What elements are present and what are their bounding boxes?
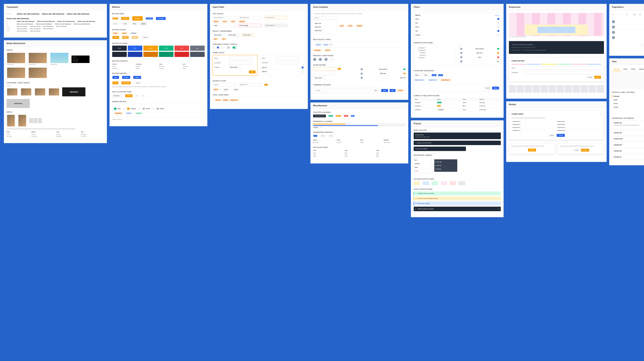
page-first[interactable]: «: [640, 44, 643, 47]
table-row[interactable]: Campaign CArchivedAnna L.3 weeks ago: [414, 108, 501, 112]
text-input-error[interactable]: [238, 24, 262, 27]
icon-only-button[interactable]: ✕: [142, 95, 145, 97]
menu-item-delete[interactable]: Delete: [414, 169, 431, 173]
last-page-icon[interactable]: ⇥: [625, 13, 628, 16]
option-row[interactable]: Sarah Johnson ●: [361, 67, 406, 72]
thumb[interactable]: [35, 88, 45, 96]
cancel-button[interactable]: Cancel: [134, 81, 142, 84]
button-md[interactable]: Cancel: [121, 22, 129, 26]
close-icon[interactable]: ✕: [602, 14, 603, 15]
list-view-icon[interactable]: ☰: [638, 13, 642, 16]
tag-chip[interactable]: Tag two: [222, 99, 229, 101]
portrait-thumb[interactable]: [18, 115, 26, 126]
filter-option[interactable]: Status: [415, 17, 499, 21]
filter-dropdown[interactable]: Date: [423, 74, 430, 77]
select-input[interactable]: Select option: [213, 33, 225, 36]
hover-button[interactable]: Save: [122, 36, 129, 39]
portrait-thumb[interactable]: [7, 115, 15, 126]
button-md[interactable]: Close: [140, 22, 147, 25]
inline-select[interactable]: Select option: [313, 76, 325, 80]
menu-item[interactable]: Duplicate: [414, 162, 431, 166]
close-icon[interactable]: ✕: [600, 60, 601, 62]
button-lg[interactable]: Primary: [132, 16, 143, 20]
confirm-button[interactable]: Confirm: [122, 76, 130, 79]
modal-input[interactable]: [524, 66, 601, 70]
table-row[interactable]: Campaign BDraftMike C.1 week ago: [414, 104, 501, 108]
menu-item[interactable]: ☰ View list: [435, 164, 456, 167]
split-button[interactable]: Download: [112, 94, 122, 98]
grid-view-icon[interactable]: ⊞: [633, 13, 636, 16]
submit-button[interactable]: Save: [249, 70, 256, 74]
accordion-item[interactable]: ▸ Section three: [612, 136, 644, 141]
tab[interactable]: Settings: [637, 68, 644, 71]
add-button[interactable]: Add: [112, 82, 118, 84]
ok-button[interactable]: Confirm: [528, 148, 536, 152]
color-chip[interactable]: [450, 181, 456, 185]
vtab[interactable]: Activity: [612, 102, 644, 106]
first-page-icon[interactable]: ⇤: [612, 13, 615, 16]
active-filter-chip[interactable]: Type: Video ✕: [440, 79, 451, 81]
option-row[interactable]: Mike Chen ●: [361, 72, 406, 76]
desc-input[interactable]: [228, 61, 252, 64]
ok-button[interactable]: Confirm: [581, 149, 589, 152]
color-chip[interactable]: [440, 181, 447, 185]
option-row[interactable]: Anna Lee: [361, 76, 406, 80]
upload-button[interactable]: Upload: [133, 76, 141, 79]
menu-item[interactable]: ⊞ View grid: [435, 160, 456, 164]
media-card[interactable]: image-001.jpg: [29, 53, 47, 66]
close-icon[interactable]: ✕: [498, 208, 499, 210]
checkbox-checked[interactable]: [217, 47, 219, 48]
select-input-focus[interactable]: Select option: [242, 33, 254, 36]
table-row[interactable]: Campaign AActiveSarah J.2 days ago: [414, 101, 501, 104]
text-input[interactable]: [238, 16, 262, 19]
accordion-item[interactable]: ▸ Section five: [612, 148, 644, 153]
menu-item[interactable]: Share: [414, 166, 431, 169]
chip-input[interactable]: [330, 44, 340, 45]
search-input[interactable]: [213, 83, 236, 86]
segment[interactable]: Week: [320, 135, 325, 137]
apply-button[interactable]: Add: [390, 89, 396, 92]
text-input[interactable]: [213, 24, 236, 27]
button-sm[interactable]: Close: [132, 23, 137, 25]
next-page-icon[interactable]: ›: [621, 13, 624, 16]
radio[interactable]: [222, 47, 223, 48]
autocomplete-input[interactable]: [313, 16, 336, 20]
thumb[interactable]: [49, 88, 59, 96]
apply-button[interactable]: Apply: [432, 74, 436, 76]
confirm-button[interactable]: Confirm: [557, 134, 565, 137]
segment[interactable]: Month: [328, 135, 334, 137]
cancel-button[interactable]: Cancel: [586, 76, 594, 79]
select-input[interactable]: Select option: [227, 33, 239, 36]
sort-select[interactable]: Sort: [373, 89, 380, 92]
vtab[interactable]: Settings: [612, 106, 644, 109]
autocomplete-option[interactable]: Option one: [315, 22, 334, 25]
vtab[interactable]: Details: [612, 98, 644, 102]
filter-dropdown[interactable]: Status: [414, 74, 422, 77]
tag-chip[interactable]: Tag three ✕: [230, 99, 238, 101]
save-button[interactable]: Save: [594, 76, 601, 79]
search-icon-button[interactable]: 🔍: [264, 84, 268, 86]
list-row[interactable]: Row item with avatar ⋮: [612, 30, 644, 35]
confirm-icon[interactable]: ✓: [338, 68, 341, 70]
cancel-button[interactable]: Cancel: [572, 148, 580, 152]
button-sm[interactable]: Cancel: [112, 23, 118, 25]
color-chip[interactable]: [422, 181, 429, 185]
button-sm[interactable]: Primary: [112, 18, 118, 20]
close-icon[interactable]: ✕: [600, 113, 601, 115]
autocomplete-option[interactable]: Option two: [315, 25, 334, 29]
menu-item[interactable]: Edit: [414, 158, 431, 162]
tab[interactable]: Overview: [612, 68, 621, 71]
autocomplete-option[interactable]: Option three: [315, 29, 334, 32]
filter-option[interactable]: Type: [415, 29, 499, 33]
inline-edit[interactable]: [313, 72, 336, 75]
button-md[interactable]: Primary: [121, 17, 129, 20]
text-input-focus[interactable]: [264, 16, 287, 19]
toggle-on[interactable]: [232, 46, 236, 48]
filter-option[interactable]: Date: [415, 21, 499, 25]
clear-filters[interactable]: Clear all: [495, 15, 499, 16]
apply-button[interactable]: Apply: [438, 74, 443, 76]
list-row[interactable]: Row item with avatar ⋮: [612, 24, 644, 30]
download-button[interactable]: Download: [122, 82, 131, 84]
filter-option[interactable]: Category: [415, 33, 499, 37]
name-input[interactable]: [276, 56, 299, 60]
